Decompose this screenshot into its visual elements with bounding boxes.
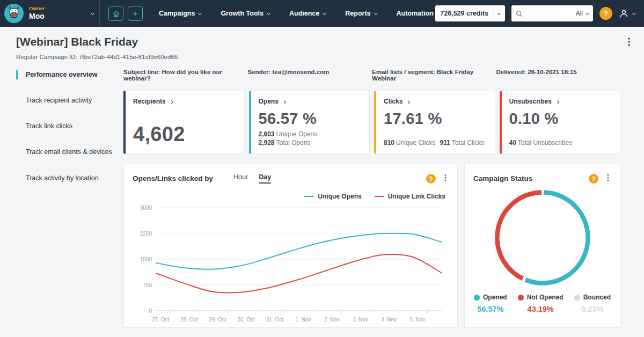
recipients-count: 4,602 (133, 123, 237, 146)
legend-line-swatch (304, 196, 314, 197)
opens-details: 2,603Unique Opens 2,928Total Opens (259, 130, 362, 147)
menu-label: Automation (397, 10, 434, 17)
donut-panel-header: Campaign Status ? (473, 172, 611, 185)
chevron-down-icon (497, 11, 501, 14)
stat-card-label: Unsubscribes (509, 98, 552, 105)
charts-row: Opens/Links clicked by Hour Day ? (123, 164, 620, 328)
chevron-right-icon (282, 100, 286, 104)
user-icon (619, 9, 629, 19)
top-navbar: Owner Moo + Campaigns Growth Tools Audie… (0, 0, 644, 27)
line-panel-header: Opens/Links clicked by Hour Day ? (133, 172, 449, 185)
navbar-right: 726,529 credits All ? (435, 5, 644, 21)
clicks-details: 810Unique Clicks911Total Clicks (384, 138, 487, 147)
help-button[interactable]: ? (599, 7, 612, 20)
sidebar-item-performance-overview[interactable]: Performance overview (16, 70, 123, 79)
interval-tabs: Hour Day (233, 173, 271, 184)
legend-opened: Opened 56.57% (474, 294, 507, 313)
total-opens: 2,928Total Opens (259, 138, 362, 147)
main-panel: Subject line: How did you like our webin… (123, 68, 620, 328)
chart-help-button[interactable]: ? (589, 174, 598, 184)
recipients-link[interactable]: Recipients (133, 98, 237, 105)
chart-more-options-button[interactable] (442, 172, 449, 185)
legend-label: Unique Link Clicks (388, 193, 445, 200)
home-button[interactable] (108, 6, 123, 21)
svg-text:30. Oct: 30. Oct (237, 317, 254, 323)
line-chart-wrap: 300022501500750027. Oct28. Oct29. Oct30.… (133, 201, 449, 328)
search-filter-dropdown[interactable]: All (573, 10, 589, 17)
svg-text:29. Oct: 29. Oct (209, 317, 226, 323)
tab-hour[interactable]: Hour (233, 173, 248, 184)
menu-reports[interactable]: Reports (345, 10, 377, 17)
svg-text:3000: 3000 (140, 205, 152, 211)
total-unsubscribes: 40Total Unsubscribes (509, 138, 613, 147)
stat-card-label: Opens (259, 98, 279, 105)
chevron-down-icon (632, 11, 636, 14)
legend-unique-opens: Unique Opens (304, 193, 361, 200)
unique-opens: 2,603Unique Opens (259, 130, 362, 138)
chevron-down-icon (374, 11, 377, 14)
page-more-options-button[interactable] (626, 35, 632, 50)
account-menu[interactable] (619, 9, 635, 19)
menu-audience[interactable]: Audience (289, 10, 326, 17)
stat-card-unsubscribes: Unsubscribes 0.10 % 40Total Unsubscribes (500, 91, 621, 154)
legend-label: Not Opened (527, 294, 564, 301)
opened-percentage: 56.57% (474, 305, 507, 313)
menu-automation[interactable]: Automation (397, 10, 434, 17)
chevron-down-icon (198, 11, 202, 14)
chart-more-options-button[interactable] (605, 172, 611, 185)
stat-card-clicks: Clicks 17.61 % 810Unique Clicks911Total … (374, 91, 495, 154)
search-input[interactable] (526, 10, 573, 17)
svg-text:1. Nov: 1. Nov (296, 317, 311, 323)
not-opened-dot-icon (518, 295, 524, 301)
legend-unique-link-clicks: Unique Link Clicks (375, 193, 445, 200)
account-info: Owner Moo (29, 6, 45, 20)
donut-chart-wrap (473, 187, 611, 288)
menu-label: Growth Tools (221, 10, 264, 17)
create-new-button[interactable]: + (128, 6, 143, 21)
tab-day[interactable]: Day (259, 173, 271, 184)
chevron-right-icon (170, 100, 173, 104)
sidebar-item-recipient-activity[interactable]: Track recipient activity (16, 96, 123, 105)
donut-chart-svg (492, 187, 593, 288)
sidebar-item-link-clicks[interactable]: Track link clicks (16, 121, 123, 131)
menu-label: Campaigns (159, 10, 195, 17)
clicks-line: 810Unique Clicks911Total Clicks (384, 138, 487, 147)
chart-help-button[interactable]: ? (426, 174, 436, 184)
chevron-down-icon (323, 11, 326, 14)
content-area: Performance overview Track recipient act… (0, 60, 644, 328)
opens-link[interactable]: Opens (259, 98, 362, 105)
credits-count: 726,529 credits (440, 10, 488, 17)
sidebar-item-activity-by-location[interactable]: Track activity by location (16, 173, 123, 183)
svg-text:2. Nov: 2. Nov (324, 317, 340, 323)
search-icon (516, 10, 523, 17)
credits-dropdown[interactable]: 726,529 credits (435, 5, 505, 21)
report-sidebar: Performance overview Track recipient act… (16, 68, 123, 328)
svg-text:27. Oct: 27. Oct (152, 317, 169, 323)
opened-dot-icon (474, 295, 480, 301)
main-menu: Campaigns Growth Tools Audience Reports … (159, 10, 434, 17)
kebab-icon (607, 174, 609, 181)
svg-text:5. Nov: 5. Nov (409, 317, 425, 323)
clicks-rate: 17.61 % (384, 110, 487, 128)
menu-growth-tools[interactable]: Growth Tools (221, 10, 270, 17)
account-switcher[interactable]: Owner Moo (0, 0, 100, 27)
svg-text:750: 750 (143, 282, 152, 288)
legend-bounced: Bounced 0.23% (574, 294, 611, 313)
svg-text:31. Oct: 31. Oct (266, 317, 283, 323)
line-chart-svg: 300022501500750027. Oct28. Oct29. Oct30.… (133, 201, 447, 326)
menu-campaigns[interactable]: Campaigns (159, 10, 201, 17)
unsubscribes-link[interactable]: Unsubscribes (509, 98, 613, 105)
bounced-dot-icon (574, 295, 580, 301)
campaign-id: Regular Campaign ID: 7fbe72ab-44d1-415e-… (0, 54, 644, 60)
page-header: [Webinar] Black Friday (0, 27, 644, 50)
svg-text:4. Nov: 4. Nov (381, 317, 397, 323)
legend-label: Opened (483, 294, 507, 301)
svg-text:3. Nov: 3. Nov (353, 317, 368, 323)
meta-subject-line: Subject line: How did you like our webin… (123, 69, 248, 82)
home-icon (112, 10, 120, 18)
legend-not-opened: Not Opened 43.19% (518, 294, 564, 313)
search-box: All (511, 5, 593, 21)
clicks-link[interactable]: Clicks (384, 98, 487, 105)
sidebar-item-email-clients[interactable]: Track email clients & devices (16, 147, 123, 157)
meta-email-lists: Email lists / segment: Black Friday Webi… (372, 69, 496, 82)
